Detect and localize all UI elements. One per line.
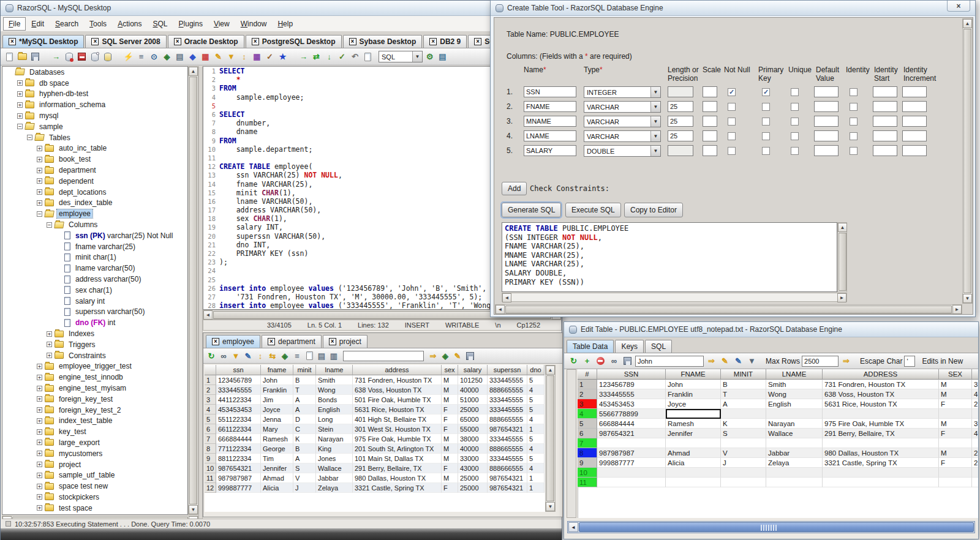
expand-icon[interactable]: + bbox=[17, 113, 23, 119]
tree-item[interactable]: +des_index_table bbox=[2, 198, 187, 209]
table-cell[interactable]: Ahmad bbox=[666, 448, 721, 458]
row-number[interactable]: 2 bbox=[578, 389, 597, 399]
row-number[interactable]: 8 bbox=[578, 448, 597, 458]
results-find-input[interactable] bbox=[343, 351, 424, 361]
scale-field[interactable] bbox=[703, 145, 717, 156]
table-cell[interactable]: 4 bbox=[972, 429, 979, 438]
table-cell[interactable]: 333445555 bbox=[488, 375, 527, 385]
add-row-icon[interactable]: + bbox=[581, 355, 593, 367]
table-tool-icon[interactable]: ▦ bbox=[251, 51, 263, 62]
table-cell[interactable] bbox=[823, 409, 939, 419]
row-number[interactable]: 9 bbox=[578, 458, 597, 468]
table-cell[interactable]: 975 Fire Oak, Humble TX bbox=[353, 434, 442, 444]
tree-item[interactable]: +large_export bbox=[2, 437, 187, 448]
tree-item[interactable]: +book_test bbox=[2, 154, 187, 165]
table-cell[interactable]: 5 bbox=[527, 454, 545, 463]
type-dropdown[interactable]: VARCHAR▼ bbox=[584, 101, 661, 113]
expand-icon[interactable]: + bbox=[37, 440, 42, 445]
edit-connection-icon[interactable] bbox=[89, 51, 100, 62]
table-cell[interactable]: Smith bbox=[766, 380, 823, 389]
table-cell[interactable]: 980 Dallas, Houston TX bbox=[823, 448, 939, 458]
table-cell[interactable]: 333445555 bbox=[216, 385, 261, 395]
scroll-right-icon[interactable] bbox=[952, 305, 962, 314]
table-cell[interactable]: 2 bbox=[972, 448, 979, 458]
expand-icon[interactable]: + bbox=[47, 342, 52, 347]
edit-pencil-icon[interactable]: ✎ bbox=[243, 350, 254, 361]
table-cell[interactable]: 666884444 bbox=[216, 434, 261, 444]
unique-checkbox[interactable] bbox=[791, 118, 799, 126]
table-cell[interactable]: Bonds bbox=[316, 395, 353, 405]
row-number[interactable]: 1 bbox=[205, 375, 216, 385]
scroll-down-icon[interactable] bbox=[546, 502, 555, 511]
table-cell[interactable]: Wallace bbox=[766, 429, 823, 438]
collapse-icon[interactable]: − bbox=[17, 124, 23, 129]
table-cell[interactable]: 661122334 bbox=[216, 424, 261, 434]
table-cell[interactable]: 201 South St, Arlington TX bbox=[353, 444, 442, 454]
table-cell[interactable]: B bbox=[293, 375, 316, 385]
tree-item[interactable]: +Indexes bbox=[2, 328, 187, 339]
table-cell[interactable]: M bbox=[442, 454, 458, 463]
table-cell[interactable]: 5631 Rice, Houston TX bbox=[353, 405, 442, 414]
table-row[interactable]: 9999887777AliciaJZelaya3321 Castle, Spri… bbox=[578, 458, 979, 468]
table-cell[interactable] bbox=[721, 478, 766, 487]
refresh-icon[interactable]: ↻ bbox=[568, 355, 579, 367]
tree-item[interactable]: +mycustomers bbox=[2, 448, 187, 459]
table-cell[interactable]: 975 Fire Oak, Humble TX bbox=[823, 419, 939, 429]
results-tab-project[interactable]: project bbox=[323, 335, 368, 348]
column-header-#[interactable]: # bbox=[578, 369, 597, 380]
table-cell[interactable]: 731 Fondren, Houston TX bbox=[823, 380, 939, 389]
tree-vertical-scrollbar[interactable] bbox=[188, 66, 198, 515]
scroll-down-icon[interactable] bbox=[963, 294, 972, 303]
tree-item[interactable]: superssn varchar(50) bbox=[2, 307, 187, 318]
table-cell[interactable]: B bbox=[721, 380, 766, 389]
identity-increment-field[interactable] bbox=[902, 145, 927, 156]
table-cell[interactable]: 987987987 bbox=[597, 448, 666, 458]
name-field[interactable]: MNAME bbox=[524, 116, 576, 127]
edit-horizontal-scrollbar[interactable] bbox=[567, 521, 975, 533]
table-cell[interactable]: 51000 bbox=[458, 395, 488, 405]
table-cell[interactable] bbox=[666, 468, 721, 478]
chevron-down-icon[interactable]: ▼ bbox=[650, 131, 660, 141]
table-cell[interactable] bbox=[939, 409, 972, 419]
expand-icon[interactable]: + bbox=[17, 102, 23, 108]
table-row[interactable]: 9881122334TimAJones101 Main St, Dallas T… bbox=[205, 454, 545, 463]
table-cell[interactable] bbox=[766, 468, 823, 478]
table-cell[interactable]: S bbox=[293, 463, 316, 473]
table-edit-icon[interactable]: ✎ bbox=[213, 51, 224, 62]
table-cell[interactable]: 999887777 bbox=[597, 458, 666, 468]
expand-icon[interactable]: + bbox=[37, 200, 42, 206]
export-icon[interactable]: ◈ bbox=[279, 350, 290, 361]
scrollbar-thumb[interactable] bbox=[546, 375, 554, 501]
menu-item-actions[interactable]: Actions bbox=[112, 17, 147, 31]
column-header-lname[interactable]: lname bbox=[316, 365, 353, 375]
table-cell[interactable]: 2 bbox=[972, 399, 979, 409]
close-icon[interactable] bbox=[212, 338, 219, 345]
table-cell[interactable]: 2 bbox=[972, 458, 979, 468]
collapse-icon[interactable]: − bbox=[47, 222, 52, 228]
table-cell[interactable]: 25000 bbox=[458, 483, 488, 493]
tree-item[interactable]: +auto_inc_table bbox=[2, 143, 187, 154]
row-number[interactable]: 6 bbox=[578, 429, 597, 438]
type-dropdown[interactable]: INTEGER▼ bbox=[584, 86, 661, 98]
expand-icon[interactable]: + bbox=[37, 418, 42, 424]
not-null-checkbox[interactable] bbox=[728, 132, 736, 140]
primary-key-checkbox[interactable] bbox=[762, 147, 770, 155]
row-number[interactable]: 7 bbox=[205, 434, 216, 444]
table-row[interactable]: 1123456789JohnBSmith731 Fondren, Houston… bbox=[578, 380, 979, 389]
table-cell[interactable] bbox=[597, 478, 666, 487]
table-cell[interactable] bbox=[972, 468, 979, 478]
scale-field[interactable] bbox=[703, 116, 717, 127]
row-number[interactable]: 3 bbox=[205, 395, 216, 405]
expand-icon[interactable]: + bbox=[37, 505, 42, 511]
table-cell[interactable]: M bbox=[442, 434, 458, 444]
not-null-checkbox[interactable] bbox=[728, 147, 736, 155]
table-cell[interactable]: 453453453 bbox=[216, 405, 261, 414]
table-cell[interactable]: 1 bbox=[527, 473, 545, 483]
table-cell[interactable] bbox=[939, 478, 972, 487]
default-value-field[interactable] bbox=[814, 145, 839, 156]
scale-field[interactable] bbox=[703, 101, 717, 112]
close-icon[interactable] bbox=[474, 38, 481, 45]
primary-key-checkbox[interactable] bbox=[762, 103, 770, 111]
save-results-icon[interactable] bbox=[464, 350, 475, 361]
table-cell[interactable]: 5 bbox=[527, 434, 545, 444]
